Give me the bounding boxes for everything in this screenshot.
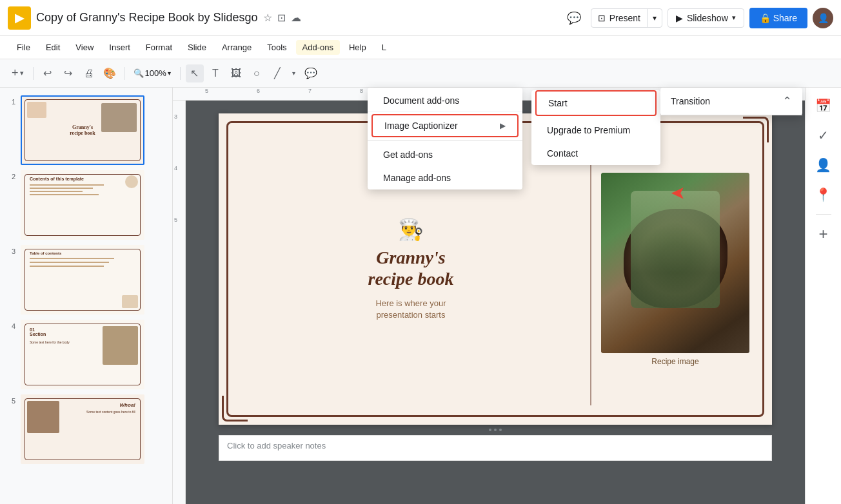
red-arrow-1: ➤ [671, 183, 686, 204]
slide-thumb-1[interactable]: 1 Granny'srecipe book [0, 93, 172, 168]
addons-image-captionizer[interactable]: Image Captionizer ▶ [371, 114, 519, 137]
slide-num-3: 3 [5, 247, 15, 255]
slide-num-1: 1 [5, 98, 15, 106]
cloud-icon[interactable]: ☁ [291, 12, 301, 24]
addons-manage-addons[interactable]: Manage add-ons [368, 166, 522, 189]
transition-close-icon[interactable]: ⌃ [782, 94, 792, 108]
slide-img-4[interactable]: 01Section Some text here for the body [21, 320, 144, 389]
submenu-contact[interactable]: Contact [531, 142, 660, 165]
slide-num-5: 5 [5, 397, 15, 405]
drive-icon[interactable]: ⊡ [277, 12, 286, 24]
transition-panel-title: Transition [671, 96, 710, 106]
present-main[interactable]: ⊡ Present [591, 9, 648, 27]
present-label: Present [609, 13, 640, 23]
menu-format[interactable]: Format [139, 40, 179, 55]
slide-thumb-2[interactable]: 2 Contents of this template [0, 168, 172, 242]
toolbar-text[interactable]: T [206, 64, 224, 82]
toolbar-add[interactable]: + ▾ [8, 64, 28, 82]
speaker-notes[interactable]: Click to add speaker notes [219, 435, 772, 461]
speaker-notes-placeholder: Click to add speaker notes [227, 441, 326, 451]
menu-file[interactable]: File [10, 40, 37, 55]
share-button[interactable]: 🔒 Share [749, 8, 807, 28]
slideshow-button[interactable]: ▶ Slideshow ▾ [668, 8, 744, 28]
toolbar-undo[interactable]: ↩ [39, 64, 57, 82]
submenu-start-label: Start [548, 98, 568, 108]
menu-help[interactable]: Help [342, 40, 373, 55]
slide-num-4: 4 [5, 322, 15, 330]
ruler-vertical: 3 4 5 [173, 101, 186, 504]
menu-tools[interactable]: Tools [261, 40, 293, 55]
toolbar: + ▾ ↩ ↪ 🖨 🎨 🔍 100% ▾ ↖ T 🖼 ○ ╱ ▾ 💬 [0, 59, 841, 88]
slide-img-3[interactable]: Table of contents [21, 245, 144, 315]
slideshow-dropdown-icon[interactable]: ▾ [732, 14, 736, 22]
addons-dropdown: Document add-ons Image Captionizer ▶ Get… [368, 88, 522, 189]
submenu-arrow-icon: ▶ [500, 121, 506, 130]
present-combo-button[interactable]: ⊡ Present ▾ [591, 8, 662, 28]
slide-thumb-5[interactable]: 5 Whoa! Some text content goes here to f… [0, 392, 172, 467]
doc-title: Copy of Granny's Recipe Book by Slidesgo [36, 11, 258, 24]
menu-addons[interactable]: Add-ons [296, 40, 340, 55]
sidebar-map-icon[interactable]: 📍 [811, 182, 836, 208]
menu-insert[interactable]: Insert [103, 40, 137, 55]
zoom-label: 100% [145, 68, 166, 78]
sidebar-check-icon[interactable]: ✓ [811, 122, 836, 148]
toolbar-paint-format[interactable]: 🎨 [101, 64, 119, 82]
menubar: File Edit View Insert Format Slide Arran… [0, 36, 841, 59]
toolbar-line[interactable]: ╱ [268, 64, 286, 82]
image-captionizer-submenu: Start Upgrade to Premium Contact [531, 88, 660, 165]
menu-arrange[interactable]: Arrange [215, 40, 258, 55]
slide-thumb-4[interactable]: 4 01Section Some text here for the body [0, 317, 172, 392]
sidebar-person-icon[interactable]: 👤 [811, 152, 836, 178]
slide-img-5[interactable]: Whoa! Some text content goes here to fil… [21, 394, 144, 464]
star-icon[interactable]: ☆ [263, 12, 272, 24]
main-layout: 1 Granny'srecipe book 2 Contents of this… [0, 88, 841, 504]
chat-button[interactable]: 💬 [562, 6, 586, 30]
present-dropdown-arrow[interactable]: ▾ [648, 10, 662, 26]
slideshow-label: Slideshow [687, 13, 728, 23]
zoom-icon: 🔍 [134, 68, 144, 78]
toolbar-line-dropdown[interactable]: ▾ [289, 64, 299, 82]
addons-image-captionizer-label: Image Captionizer [384, 121, 458, 131]
notes-dots [489, 425, 502, 435]
toolbar-redo[interactable]: ↪ [59, 64, 77, 82]
slide-num-2: 2 [5, 173, 15, 180]
sidebar-calendar-icon[interactable]: 📅 [811, 93, 836, 119]
slide-thumb-3[interactable]: 3 Table of contents [0, 242, 172, 317]
sidebar-add-icon[interactable]: + [811, 221, 836, 247]
submenu-upgrade[interactable]: Upgrade to Premium [531, 119, 660, 142]
toolbar-zoom[interactable]: 🔍 100% ▾ [130, 67, 175, 79]
slide-img-2[interactable]: Contents of this template [21, 170, 144, 240]
avatar[interactable]: 👤 [813, 8, 833, 28]
recipe-image-label: Recipe image [651, 357, 698, 366]
menu-edit[interactable]: Edit [39, 40, 66, 55]
menu-view[interactable]: View [69, 40, 100, 55]
slides-panel: 1 Granny'srecipe book 2 Contents of this… [0, 88, 173, 504]
toolbar-cursor[interactable]: ↖ [186, 64, 204, 82]
transition-panel: Transition ⌃ [660, 88, 802, 115]
submenu-start[interactable]: Start [535, 90, 657, 116]
addons-menu-header: Document add-ons [368, 88, 522, 111]
toolbar-image[interactable]: 🖼 [227, 64, 245, 82]
app-icon: ▶ [8, 6, 31, 30]
right-sidebar: 📅 ✓ 👤 📍 + [805, 88, 841, 504]
header: ▶ Copy of Granny's Recipe Book by Slides… [0, 0, 841, 36]
toolbar-print[interactable]: 🖨 [80, 64, 98, 82]
slide-img-1[interactable]: Granny'srecipe book [21, 95, 144, 165]
menu-slide[interactable]: Slide [181, 40, 213, 55]
addons-get-addons[interactable]: Get add-ons [368, 143, 522, 166]
toolbar-comment[interactable]: 💬 [302, 64, 320, 82]
menu-l[interactable]: L [375, 40, 393, 55]
slideshow-icon: ▶ [676, 13, 683, 23]
toolbar-shape[interactable]: ○ [248, 64, 266, 82]
